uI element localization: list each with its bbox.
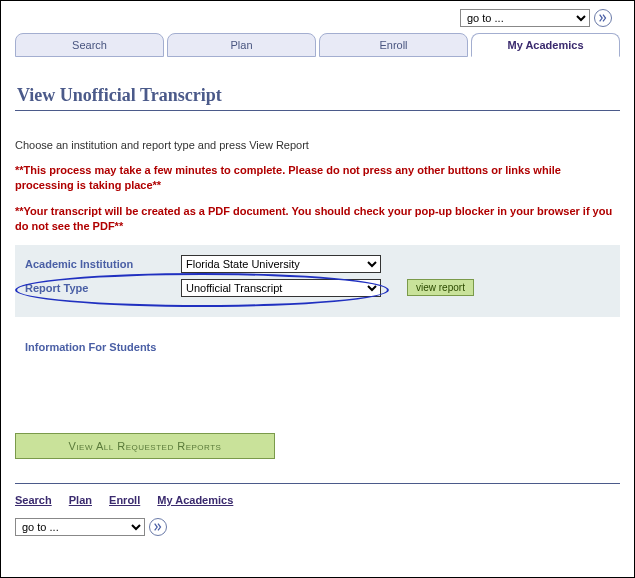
tab-plan[interactable]: Plan bbox=[167, 33, 316, 57]
footer-link-search[interactable]: Search bbox=[15, 494, 52, 506]
report-type-select[interactable]: Unofficial Transcript bbox=[181, 279, 381, 297]
instruction-text: Choose an institution and report type an… bbox=[15, 139, 620, 151]
report-type-label: Report Type bbox=[25, 282, 175, 294]
double-chevron-right-icon bbox=[598, 13, 608, 23]
warning-pdf: **Your transcript will be created as a P… bbox=[15, 204, 620, 235]
tab-enroll[interactable]: Enroll bbox=[319, 33, 468, 57]
tab-search[interactable]: Search bbox=[15, 33, 164, 57]
footer-links: Search Plan Enroll My Academics bbox=[15, 494, 620, 506]
view-all-reports-button[interactable]: View All Requested Reports bbox=[15, 433, 275, 459]
view-report-button[interactable]: view report bbox=[407, 279, 474, 296]
footer-link-my-academics[interactable]: My Academics bbox=[157, 494, 233, 506]
tab-my-academics[interactable]: My Academics bbox=[471, 33, 620, 57]
footer-divider bbox=[15, 483, 620, 484]
institution-select[interactable]: Florida State University bbox=[181, 255, 381, 273]
info-students-link[interactable]: Information For Students bbox=[25, 341, 156, 353]
double-chevron-right-icon bbox=[153, 522, 163, 532]
warning-processing: **This process may take a few minutes to… bbox=[15, 163, 620, 194]
transcript-form: Academic Institution Florida State Unive… bbox=[15, 245, 620, 317]
goto-select-top[interactable]: go to ... bbox=[460, 9, 590, 27]
institution-label: Academic Institution bbox=[25, 258, 175, 270]
go-button-bottom[interactable] bbox=[149, 518, 167, 536]
goto-select-bottom[interactable]: go to ... bbox=[15, 518, 145, 536]
title-divider bbox=[15, 110, 620, 111]
page-title: View Unofficial Transcript bbox=[17, 85, 618, 106]
go-button-top[interactable] bbox=[594, 9, 612, 27]
footer-link-enroll[interactable]: Enroll bbox=[109, 494, 140, 506]
footer-link-plan[interactable]: Plan bbox=[69, 494, 92, 506]
